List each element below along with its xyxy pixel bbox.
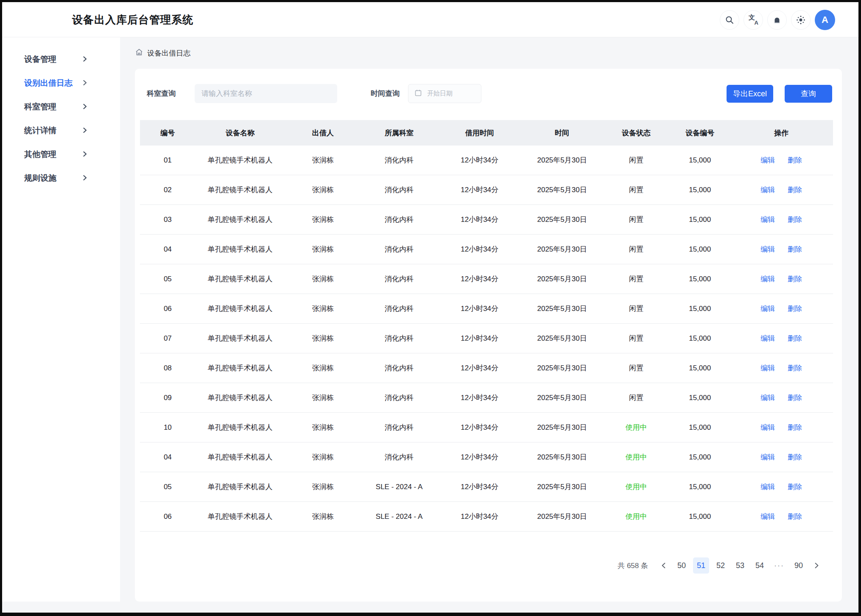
app-window: 设备出入库后台管理系统 文 A — [2, 2, 858, 613]
delete-link[interactable]: 删除 — [788, 304, 802, 314]
cell-actions: 编辑 删除 — [730, 452, 833, 462]
cell-lender: 张润栋 — [285, 482, 361, 492]
edit-link[interactable]: 编辑 — [760, 363, 775, 373]
cell-row-number: 06 — [140, 512, 196, 521]
query-button[interactable]: 查询 — [785, 85, 832, 103]
page-number-52[interactable]: 52 — [713, 557, 729, 574]
cell-borrow-duration: 12小时34分 — [437, 363, 522, 373]
delete-link[interactable]: 删除 — [788, 274, 802, 284]
cell-row-number: 08 — [140, 364, 196, 372]
page-number-50[interactable]: 50 — [674, 557, 690, 574]
delete-link[interactable]: 删除 — [788, 482, 802, 492]
cell-device-name: 单孔腔镜手术机器人 — [196, 393, 285, 403]
table-body: 01 单孔腔镜手术机器人 张润栋 消化内科 12小时34分 2025年5月30日… — [140, 146, 833, 532]
cell-department: 消化内科 — [361, 333, 437, 343]
edit-link[interactable]: 编辑 — [760, 274, 775, 284]
edit-link[interactable]: 编辑 — [760, 482, 775, 492]
table-header-row: 编号设备名称出借人所属科室借用时间时间设备状态设备编号操作 — [140, 120, 833, 146]
cell-row-number: 03 — [140, 216, 196, 224]
cell-lender: 张润栋 — [285, 333, 361, 343]
search-button[interactable] — [720, 10, 739, 30]
cell-lender: 张润栋 — [285, 155, 361, 165]
notification-button[interactable] — [767, 10, 787, 30]
prev-page-button[interactable] — [657, 558, 670, 573]
delete-link[interactable]: 删除 — [788, 363, 802, 373]
home-icon[interactable] — [135, 48, 143, 58]
table-row: 05 单孔腔镜手术机器人 张润栋 SLE - 2024 - A 12小时34分 … — [140, 472, 833, 502]
delete-link[interactable]: 删除 — [788, 512, 802, 521]
pagination-pages: 5051525354···90 — [674, 557, 807, 574]
delete-link[interactable]: 删除 — [788, 185, 802, 195]
cell-lender: 张润栋 — [285, 452, 361, 462]
edit-link[interactable]: 编辑 — [760, 215, 775, 224]
cell-actions: 编辑 删除 — [730, 185, 833, 195]
cell-lender: 张润栋 — [285, 215, 361, 224]
edit-link[interactable]: 编辑 — [760, 512, 775, 521]
start-date-picker[interactable]: 开始日期 — [408, 84, 481, 103]
sidebar-item-2[interactable]: 科室管理 — [2, 96, 120, 118]
sidebar-item-4[interactable]: 其他管理 — [2, 144, 120, 165]
cell-lender: 张润栋 — [285, 512, 361, 521]
delete-link[interactable]: 删除 — [788, 244, 802, 254]
cell-department: 消化内科 — [361, 244, 437, 254]
edit-link[interactable]: 编辑 — [760, 304, 775, 314]
page-number-54[interactable]: 54 — [752, 557, 768, 574]
chevron-right-icon — [83, 126, 87, 135]
delete-link[interactable]: 删除 — [788, 452, 802, 462]
delete-link[interactable]: 删除 — [788, 215, 802, 224]
sidebar-item-3[interactable]: 统计详情 — [2, 120, 120, 141]
language-button[interactable]: 文 A — [744, 10, 763, 30]
cell-borrow-duration: 12小时34分 — [437, 304, 522, 314]
cell-device-code: 15,000 — [670, 364, 730, 372]
page-number-53[interactable]: 53 — [732, 557, 748, 574]
delete-link[interactable]: 删除 — [788, 155, 802, 165]
column-header: 操作 — [730, 128, 833, 138]
edit-link[interactable]: 编辑 — [760, 423, 775, 432]
table-row: 06 单孔腔镜手术机器人 张润栋 消化内科 12小时34分 2025年5月30日… — [140, 294, 833, 324]
theme-button[interactable] — [791, 10, 811, 30]
dept-search-input[interactable] — [195, 84, 337, 103]
cell-device-name: 单孔腔镜手术机器人 — [196, 244, 285, 254]
edit-link[interactable]: 编辑 — [760, 155, 775, 165]
column-header: 设备状态 — [602, 128, 670, 138]
delete-link[interactable]: 删除 — [788, 333, 802, 343]
cell-device-status: 闲置 — [602, 363, 670, 373]
sidebar-item-0[interactable]: 设备管理 — [2, 49, 120, 70]
page-number-51[interactable]: 51 — [693, 557, 709, 574]
table-row: 10 单孔腔镜手术机器人 张润栋 消化内科 12小时34分 2025年5月30日… — [140, 413, 833, 442]
edit-link[interactable]: 编辑 — [760, 393, 775, 403]
cell-department: SLE - 2024 - A — [361, 512, 437, 521]
sidebar-item-5[interactable]: 规则设施 — [2, 168, 120, 189]
cell-actions: 编辑 删除 — [730, 423, 833, 432]
export-excel-button[interactable]: 导出Excel — [727, 85, 773, 103]
cell-actions: 编辑 删除 — [730, 304, 833, 314]
cell-device-status: 使用中 — [602, 512, 670, 521]
next-page-button[interactable] — [810, 558, 823, 573]
cell-department: 消化内科 — [361, 215, 437, 224]
column-header: 借用时间 — [437, 128, 522, 138]
column-header: 时间 — [522, 128, 602, 138]
cell-row-number: 07 — [140, 334, 196, 343]
cell-department: SLE - 2024 - A — [361, 483, 437, 491]
cell-actions: 编辑 删除 — [730, 482, 833, 492]
edit-link[interactable]: 编辑 — [760, 452, 775, 462]
edit-link[interactable]: 编辑 — [760, 333, 775, 343]
page-number-90[interactable]: 90 — [791, 557, 807, 574]
column-header: 设备编号 — [670, 128, 730, 138]
time-filter-label: 时间查询 — [371, 84, 400, 103]
sidebar-item-1[interactable]: 设别出借日志 — [2, 73, 120, 94]
cell-date: 2025年5月30日 — [522, 423, 602, 432]
edit-link[interactable]: 编辑 — [760, 185, 775, 195]
sidebar-item-label: 规则设施 — [24, 173, 56, 184]
cell-date: 2025年5月30日 — [522, 244, 602, 254]
edit-link[interactable]: 编辑 — [760, 244, 775, 254]
table-row: 02 单孔腔镜手术机器人 张润栋 消化内科 12小时34分 2025年5月30日… — [140, 175, 833, 205]
delete-link[interactable]: 删除 — [788, 393, 802, 403]
delete-link[interactable]: 删除 — [788, 423, 802, 432]
cell-borrow-duration: 12小时34分 — [437, 423, 522, 432]
cell-row-number: 02 — [140, 186, 196, 194]
table-row: 05 单孔腔镜手术机器人 张润栋 消化内科 12小时34分 2025年5月30日… — [140, 264, 833, 294]
user-avatar[interactable]: A — [815, 10, 835, 30]
cell-date: 2025年5月30日 — [522, 304, 602, 314]
cell-row-number: 06 — [140, 305, 196, 313]
